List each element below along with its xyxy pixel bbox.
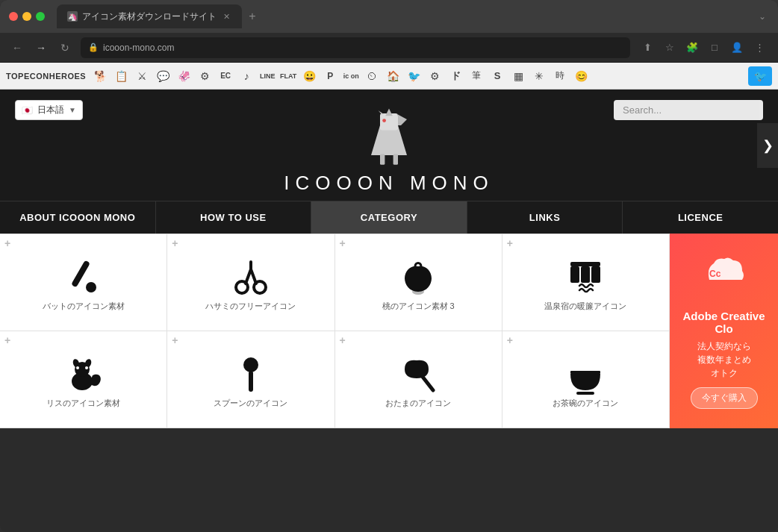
ext-icon-gear[interactable]: ⚙: [195, 66, 214, 86]
svg-point-25: [85, 366, 88, 369]
squirrel-icon: [61, 353, 106, 398]
search-box[interactable]: Search...: [614, 100, 763, 120]
add-icon[interactable]: +: [507, 237, 513, 249]
maximize-button[interactable]: [36, 12, 45, 21]
icon-cell-squirrel[interactable]: + リスのアイコン素材: [0, 331, 167, 428]
twitter-button[interactable]: 🐦: [748, 66, 772, 86]
tab-close-button[interactable]: ✕: [221, 11, 231, 22]
unicorn-logo-image: [359, 107, 419, 167]
ext-icon-emoji[interactable]: 😀: [299, 66, 319, 86]
ad-buy-button[interactable]: 今すぐ購入: [691, 387, 758, 409]
new-tab-button[interactable]: +: [242, 6, 263, 27]
nav-licence[interactable]: LICENCE: [623, 201, 778, 234]
add-icon[interactable]: +: [172, 334, 178, 346]
share-icon[interactable]: ⬆: [638, 38, 657, 57]
ext-icon-toki[interactable]: 時: [550, 66, 570, 86]
icon-label-bowl: お茶碗のアイコン: [553, 398, 618, 409]
active-tab[interactable]: 🦄 アイコン素材ダウンロードサイト ✕: [57, 4, 242, 28]
extension-bar: TOPECONHEROES 🐕 📋 ⚔ 💬 🦑 ⚙ EC ♪ LINE FLAT…: [0, 63, 778, 90]
lang-dropdown-icon: ▼: [69, 106, 76, 114]
ext-icon-squid[interactable]: 🦑: [174, 66, 193, 86]
nav-about[interactable]: ABOUT ICOOON MONO: [0, 201, 156, 234]
svg-rect-6: [380, 154, 385, 164]
more-icon[interactable]: ⋮: [750, 38, 769, 57]
extension-icon[interactable]: 🧩: [682, 38, 702, 57]
ext-brand-label: TOPECONHEROES: [6, 72, 86, 81]
add-icon[interactable]: +: [340, 334, 346, 346]
add-icon[interactable]: +: [172, 237, 178, 249]
ext-icon-do[interactable]: ド: [446, 66, 465, 86]
site-header: 🇯🇵 日本語 ▼ Search...: [0, 90, 778, 201]
refresh-button[interactable]: ↻: [57, 40, 73, 56]
svg-point-26: [243, 357, 258, 372]
ext-icon-timer[interactable]: ⏲: [362, 66, 382, 86]
minimize-button[interactable]: [22, 12, 31, 21]
icon-cell-onsen[interactable]: + 温泉宿の暖簾アイコン: [502, 234, 670, 331]
add-icon[interactable]: +: [340, 237, 346, 249]
ext-icon-dog[interactable]: 🐕: [90, 66, 110, 86]
side-arrow-button[interactable]: ❯: [757, 123, 778, 168]
svg-point-9: [86, 282, 96, 292]
ext-icon-face[interactable]: 😊: [571, 66, 591, 86]
add-icon[interactable]: +: [4, 334, 10, 346]
spoon-icon: [228, 353, 273, 398]
ext-icon-house[interactable]: 🏠: [383, 66, 402, 86]
icon-cell-bat[interactable]: + バットのアイコン素材: [0, 234, 167, 331]
url-bar[interactable]: 🔒 icooon-mono.com: [81, 37, 630, 58]
ad-banner[interactable]: Cc Adobe Creative Clo 法人契約なら 複数年まとめ オトク …: [670, 234, 778, 428]
scissors-icon: [228, 256, 273, 301]
icon-label-ladle: おたまのアイコン: [385, 398, 451, 409]
chevron-down-icon[interactable]: ⌄: [759, 11, 766, 22]
bat-icon: [61, 256, 106, 301]
svg-rect-18: [581, 266, 590, 283]
ext-icon-s[interactable]: S: [488, 66, 507, 86]
forward-button[interactable]: →: [33, 40, 49, 56]
ext-icon-bubble[interactable]: 💬: [153, 66, 172, 86]
bowl-icon: [563, 353, 608, 398]
creative-cloud-icon: Cc: [703, 253, 745, 295]
add-icon[interactable]: +: [4, 237, 10, 249]
ext-icon-flat[interactable]: FLAT: [278, 66, 298, 86]
toolbar-icons: ⬆ ☆ 🧩 □ 👤 ⋮: [638, 38, 769, 57]
svg-point-15: [412, 289, 424, 295]
nav-how-to-use[interactable]: HOW TO USE: [156, 201, 312, 234]
nav-links[interactable]: LINKS: [467, 201, 623, 234]
icon-label-onsen: 温泉宿の暖簾アイコン: [544, 301, 626, 312]
nav-category[interactable]: CATEGORY: [311, 201, 467, 234]
site-navigation: ABOUT ICOOON MONO HOW TO USE CATEGORY LI…: [0, 201, 778, 234]
add-icon[interactable]: +: [507, 334, 513, 346]
back-button[interactable]: ←: [9, 40, 25, 56]
icon-cell-scissors[interactable]: + ハサミのフリーアイコン: [167, 234, 334, 331]
svg-rect-16: [570, 262, 600, 266]
ext-icon-p[interactable]: P: [320, 66, 340, 86]
profile-icon[interactable]: 👤: [727, 38, 747, 57]
icon-cell-peach[interactable]: + 桃のアイコン素材 3: [335, 234, 502, 331]
icon-label-scissors: ハサミのフリーアイコン: [205, 301, 296, 312]
ext-icon-bird[interactable]: 🐦: [404, 66, 423, 86]
tab-overview-icon[interactable]: □: [705, 38, 724, 57]
ext-icon-icon[interactable]: ic on: [341, 66, 361, 86]
close-button[interactable]: [9, 12, 18, 21]
bookmark-icon[interactable]: ☆: [660, 38, 679, 57]
ext-icon-clipboard[interactable]: 📋: [111, 66, 131, 86]
icon-cell-bowl[interactable]: + お茶碗のアイコン: [502, 331, 670, 428]
language-selector[interactable]: 🇯🇵 日本語 ▼: [15, 100, 83, 120]
svg-rect-27: [249, 371, 253, 392]
ext-icon-ec[interactable]: EC: [216, 66, 235, 86]
ext-icon-asterisk[interactable]: ✳: [529, 66, 549, 86]
icon-label-squirrel: リスのアイコン素材: [46, 398, 120, 409]
icon-cell-ladle[interactable]: + おたまのアイコン: [335, 331, 502, 428]
ext-icon-music[interactable]: ♪: [237, 66, 256, 86]
svg-rect-7: [393, 154, 398, 164]
svg-point-3: [382, 119, 386, 122]
ext-icon-sword[interactable]: ⚔: [132, 66, 152, 86]
site-logo: ICOOON MONO: [284, 100, 494, 201]
ext-icon-gear2[interactable]: ⚙: [425, 66, 444, 86]
icon-cell-spoon[interactable]: + スプーンのアイコン: [167, 331, 334, 428]
lang-label: 日本語: [37, 104, 64, 116]
ext-icon-line[interactable]: LINE: [258, 66, 277, 86]
icon-grid-container: + バットのアイコン素材 + ハ: [0, 234, 778, 428]
ext-icon-fude[interactable]: 筆: [467, 66, 486, 86]
ext-icon-grid[interactable]: ▦: [508, 66, 528, 86]
svg-marker-2: [385, 109, 393, 116]
